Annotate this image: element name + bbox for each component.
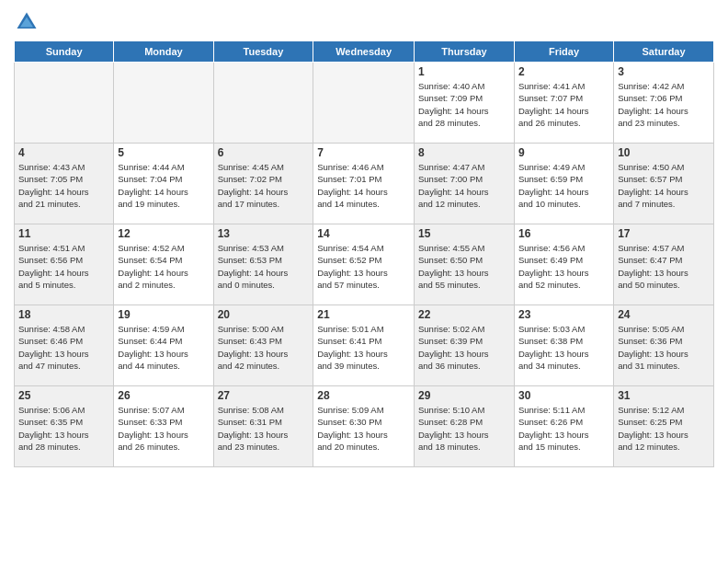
day-info: Sunrise: 5:08 AM Sunset: 6:31 PM Dayligh… <box>218 404 310 453</box>
day-number: 6 <box>218 146 310 159</box>
day-info: Sunrise: 4:41 AM Sunset: 7:07 PM Dayligh… <box>518 80 609 129</box>
calendar-cell: 26Sunrise: 5:07 AM Sunset: 6:33 PM Dayli… <box>114 386 213 467</box>
day-number: 12 <box>118 227 209 240</box>
day-info: Sunrise: 5:06 AM Sunset: 6:35 PM Dayligh… <box>18 404 109 453</box>
calendar-cell: 24Sunrise: 5:05 AM Sunset: 6:36 PM Dayli… <box>614 305 714 386</box>
day-info: Sunrise: 4:55 AM Sunset: 6:50 PM Dayligh… <box>418 242 510 291</box>
calendar-cell: 30Sunrise: 5:11 AM Sunset: 6:26 PM Dayli… <box>514 386 613 467</box>
calendar-cell: 17Sunrise: 4:57 AM Sunset: 6:47 PM Dayli… <box>614 224 714 305</box>
calendar-cell <box>114 63 213 144</box>
weekday-header: Friday <box>514 41 613 63</box>
calendar-cell: 19Sunrise: 4:59 AM Sunset: 6:44 PM Dayli… <box>114 305 213 386</box>
calendar-week-row: 25Sunrise: 5:06 AM Sunset: 6:35 PM Dayli… <box>15 386 714 467</box>
day-number: 10 <box>618 146 710 159</box>
calendar-cell: 12Sunrise: 4:52 AM Sunset: 6:54 PM Dayli… <box>114 224 213 305</box>
day-info: Sunrise: 4:47 AM Sunset: 7:00 PM Dayligh… <box>418 161 510 210</box>
day-info: Sunrise: 5:05 AM Sunset: 6:36 PM Dayligh… <box>618 323 710 372</box>
calendar-cell: 1Sunrise: 4:40 AM Sunset: 7:09 PM Daylig… <box>414 63 514 144</box>
day-info: Sunrise: 4:58 AM Sunset: 6:46 PM Dayligh… <box>18 323 109 372</box>
calendar-cell: 11Sunrise: 4:51 AM Sunset: 6:56 PM Dayli… <box>15 224 114 305</box>
day-number: 28 <box>317 389 410 402</box>
day-info: Sunrise: 5:12 AM Sunset: 6:25 PM Dayligh… <box>618 404 710 453</box>
calendar-cell: 2Sunrise: 4:41 AM Sunset: 7:07 PM Daylig… <box>514 63 613 144</box>
day-info: Sunrise: 4:44 AM Sunset: 7:04 PM Dayligh… <box>118 161 209 210</box>
day-info: Sunrise: 4:45 AM Sunset: 7:02 PM Dayligh… <box>218 161 310 210</box>
header <box>14 9 714 35</box>
calendar-cell: 16Sunrise: 4:56 AM Sunset: 6:49 PM Dayli… <box>514 224 613 305</box>
day-info: Sunrise: 5:01 AM Sunset: 6:41 PM Dayligh… <box>317 323 410 372</box>
calendar-cell <box>313 63 415 144</box>
day-info: Sunrise: 4:56 AM Sunset: 6:49 PM Dayligh… <box>518 242 609 291</box>
day-info: Sunrise: 5:03 AM Sunset: 6:38 PM Dayligh… <box>518 323 609 372</box>
page: SundayMondayTuesdayWednesdayThursdayFrid… <box>0 0 728 563</box>
calendar-cell: 6Sunrise: 4:45 AM Sunset: 7:02 PM Daylig… <box>213 144 313 224</box>
calendar-cell: 8Sunrise: 4:47 AM Sunset: 7:00 PM Daylig… <box>414 144 514 224</box>
day-number: 18 <box>18 308 109 321</box>
calendar-cell: 20Sunrise: 5:00 AM Sunset: 6:43 PM Dayli… <box>213 305 313 386</box>
day-number: 29 <box>418 389 510 402</box>
day-number: 15 <box>418 227 510 240</box>
day-info: Sunrise: 4:43 AM Sunset: 7:05 PM Dayligh… <box>18 161 109 210</box>
weekday-header: Wednesday <box>313 41 415 63</box>
calendar-cell: 13Sunrise: 4:53 AM Sunset: 6:53 PM Dayli… <box>213 224 313 305</box>
day-number: 21 <box>317 308 410 321</box>
day-number: 19 <box>118 308 209 321</box>
day-info: Sunrise: 4:52 AM Sunset: 6:54 PM Dayligh… <box>118 242 209 291</box>
day-info: Sunrise: 4:59 AM Sunset: 6:44 PM Dayligh… <box>118 323 209 372</box>
logo-icon <box>14 9 40 35</box>
weekday-header: Saturday <box>614 41 714 63</box>
day-number: 24 <box>618 308 710 321</box>
day-number: 14 <box>317 227 410 240</box>
calendar: SundayMondayTuesdayWednesdayThursdayFrid… <box>14 40 714 467</box>
calendar-cell: 23Sunrise: 5:03 AM Sunset: 6:38 PM Dayli… <box>514 305 613 386</box>
day-info: Sunrise: 4:51 AM Sunset: 6:56 PM Dayligh… <box>18 242 109 291</box>
calendar-cell: 22Sunrise: 5:02 AM Sunset: 6:39 PM Dayli… <box>414 305 514 386</box>
day-number: 16 <box>518 227 609 240</box>
day-info: Sunrise: 4:42 AM Sunset: 7:06 PM Dayligh… <box>618 80 710 129</box>
day-info: Sunrise: 5:00 AM Sunset: 6:43 PM Dayligh… <box>218 323 310 372</box>
day-number: 11 <box>18 227 109 240</box>
day-info: Sunrise: 5:10 AM Sunset: 6:28 PM Dayligh… <box>418 404 510 453</box>
day-info: Sunrise: 5:02 AM Sunset: 6:39 PM Dayligh… <box>418 323 510 372</box>
calendar-week-row: 1Sunrise: 4:40 AM Sunset: 7:09 PM Daylig… <box>15 63 714 144</box>
calendar-cell: 27Sunrise: 5:08 AM Sunset: 6:31 PM Dayli… <box>213 386 313 467</box>
day-info: Sunrise: 4:50 AM Sunset: 6:57 PM Dayligh… <box>618 161 710 210</box>
weekday-header: Thursday <box>414 41 514 63</box>
day-info: Sunrise: 5:09 AM Sunset: 6:30 PM Dayligh… <box>317 404 410 453</box>
day-number: 7 <box>317 146 410 159</box>
calendar-cell: 29Sunrise: 5:10 AM Sunset: 6:28 PM Dayli… <box>414 386 514 467</box>
weekday-header: Tuesday <box>213 41 313 63</box>
day-info: Sunrise: 5:07 AM Sunset: 6:33 PM Dayligh… <box>118 404 209 453</box>
day-number: 31 <box>618 389 710 402</box>
day-number: 20 <box>218 308 310 321</box>
calendar-cell: 18Sunrise: 4:58 AM Sunset: 6:46 PM Dayli… <box>15 305 114 386</box>
calendar-cell: 4Sunrise: 4:43 AM Sunset: 7:05 PM Daylig… <box>15 144 114 224</box>
day-number: 9 <box>518 146 609 159</box>
calendar-cell <box>213 63 313 144</box>
day-number: 26 <box>118 389 209 402</box>
weekday-header: Monday <box>114 41 213 63</box>
day-info: Sunrise: 4:49 AM Sunset: 6:59 PM Dayligh… <box>518 161 609 210</box>
day-number: 23 <box>518 308 609 321</box>
day-info: Sunrise: 4:54 AM Sunset: 6:52 PM Dayligh… <box>317 242 410 291</box>
day-number: 13 <box>218 227 310 240</box>
calendar-cell: 3Sunrise: 4:42 AM Sunset: 7:06 PM Daylig… <box>614 63 714 144</box>
weekday-header: Sunday <box>15 41 114 63</box>
calendar-week-row: 18Sunrise: 4:58 AM Sunset: 6:46 PM Dayli… <box>15 305 714 386</box>
day-number: 17 <box>618 227 710 240</box>
day-number: 2 <box>518 65 609 78</box>
calendar-cell: 14Sunrise: 4:54 AM Sunset: 6:52 PM Dayli… <box>313 224 415 305</box>
calendar-cell: 28Sunrise: 5:09 AM Sunset: 6:30 PM Dayli… <box>313 386 415 467</box>
day-number: 27 <box>218 389 310 402</box>
calendar-cell: 9Sunrise: 4:49 AM Sunset: 6:59 PM Daylig… <box>514 144 613 224</box>
logo <box>14 9 43 35</box>
calendar-cell: 21Sunrise: 5:01 AM Sunset: 6:41 PM Dayli… <box>313 305 415 386</box>
calendar-cell: 5Sunrise: 4:44 AM Sunset: 7:04 PM Daylig… <box>114 144 213 224</box>
day-number: 30 <box>518 389 609 402</box>
day-number: 25 <box>18 389 109 402</box>
day-number: 1 <box>418 65 510 78</box>
day-number: 5 <box>118 146 209 159</box>
calendar-week-row: 11Sunrise: 4:51 AM Sunset: 6:56 PM Dayli… <box>15 224 714 305</box>
day-info: Sunrise: 4:40 AM Sunset: 7:09 PM Dayligh… <box>418 80 510 129</box>
day-number: 22 <box>418 308 510 321</box>
